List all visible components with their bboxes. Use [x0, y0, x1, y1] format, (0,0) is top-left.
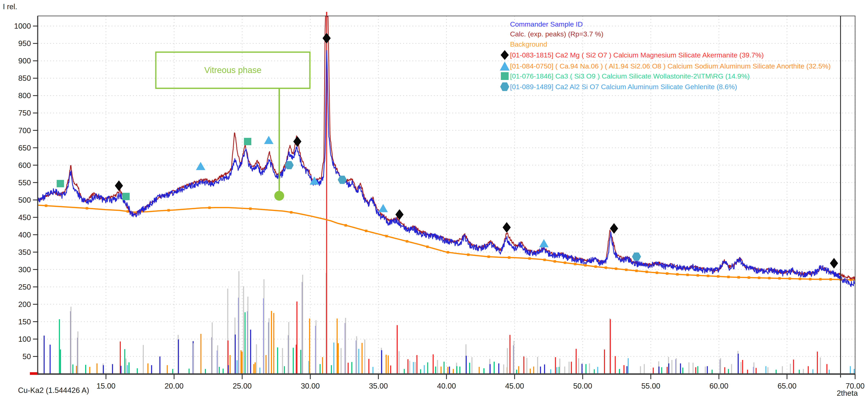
x-tick-label: 15.00: [96, 382, 116, 390]
background-node-marker: [748, 276, 750, 279]
y-tick-label: 300: [18, 265, 31, 274]
anode-wavelength-label: Cu-Ka2 (1.544426 A): [18, 386, 89, 395]
akermanite-peak-marker: [115, 180, 123, 191]
akermanite-peak-marker: [503, 222, 511, 233]
legend-item[interactable]: [01-083-1815] Ca2 Mg ( Si2 O7 ) Calcium …: [499, 50, 764, 60]
background-node-marker: [625, 268, 627, 271]
background-node-marker: [788, 277, 791, 280]
background-node-marker: [604, 266, 607, 269]
background-node-marker: [385, 235, 388, 237]
y-tick-label: 550: [18, 178, 31, 187]
background-node-marker: [208, 206, 211, 209]
y-tick-label: 650: [18, 144, 31, 152]
x-tick-label: 20.00: [164, 382, 184, 390]
background-node-marker: [86, 207, 88, 209]
background-node-marker: [574, 263, 576, 265]
x-tick-label: 40.00: [437, 382, 456, 390]
x-tick-label: 65.00: [778, 382, 797, 390]
legend-item[interactable]: Commander Sample ID: [499, 19, 583, 29]
background-node-marker: [717, 275, 719, 278]
anorthite-peak-marker: [378, 204, 388, 212]
legend-item[interactable]: [01-084-0750] ( Ca.94 Na.06 ) ( Al1.94 S…: [499, 61, 831, 71]
anorthite-peak-marker: [196, 162, 205, 170]
background-node-marker: [615, 267, 617, 270]
triangle-legend-icon: [499, 61, 510, 71]
akermanite-peak-marker: [830, 258, 838, 268]
background-node-marker: [167, 209, 170, 211]
background-node-marker: [656, 272, 658, 274]
legend-item[interactable]: Background: [499, 39, 547, 49]
background-node-marker: [406, 240, 408, 242]
y-tick-label: 600: [18, 161, 31, 170]
background-node-marker: [666, 272, 669, 275]
background-node-marker: [528, 257, 531, 260]
background-node-marker: [488, 256, 490, 258]
background-node-marker: [737, 276, 740, 278]
background-node-marker: [676, 273, 679, 275]
legend-item[interactable]: [01-089-1489] Ca2 Al2 Si O7 Calcium Alum…: [499, 81, 737, 92]
legend-item-label: [01-083-1815] Ca2 Mg ( Si2 O7 ) Calcium …: [510, 51, 764, 59]
background-node-marker: [646, 271, 648, 273]
y-tick-label: 50: [23, 353, 31, 361]
background-node-marker: [635, 270, 638, 272]
background-node-marker: [290, 211, 292, 213]
background-node-marker: [809, 278, 811, 280]
y-tick-label: 400: [18, 231, 31, 239]
diamond-legend-icon: [499, 50, 510, 60]
background-node-marker: [467, 254, 469, 256]
square-legend-icon: [499, 71, 510, 81]
background-node-marker: [778, 277, 781, 279]
x-axis-title: 2theta: [837, 389, 858, 398]
background-node-marker: [564, 262, 566, 264]
background-node-marker: [727, 276, 730, 278]
x-tick-label: 55.00: [641, 382, 660, 390]
x-tick-label: 45.00: [505, 382, 524, 390]
legend-item-label: Calc. (exp. peaks) (Rp=3.7 %): [510, 30, 603, 38]
hexagon-legend-icon: [499, 81, 510, 92]
y-tick-label: 950: [18, 39, 31, 48]
y-tick-label: 1000: [14, 22, 31, 30]
no-marker-spacer: [499, 29, 510, 39]
legend-item[interactable]: [01-076-1846] Ca3 ( Si3 O9 ) Calcium Sil…: [499, 71, 750, 81]
y-tick-label: 700: [18, 126, 31, 135]
square-marker-swatch: [499, 71, 510, 81]
no-marker-spacer: [499, 19, 510, 29]
x-tick-label: 50.00: [573, 382, 592, 390]
wollastonite-peak-marker: [57, 180, 64, 187]
legend-item-label: [01-076-1846] Ca3 ( Si3 O9 ) Calcium Sil…: [510, 72, 750, 80]
hexagon-marker-swatch: [499, 81, 510, 92]
y-tick-label: 350: [18, 248, 31, 257]
anorthite-peak-marker: [539, 239, 549, 247]
background-node-marker: [249, 207, 251, 210]
y-tick-label: 150: [18, 318, 31, 326]
background-node-marker: [829, 278, 832, 280]
background-node-marker: [45, 204, 47, 207]
y-tick-label: 250: [18, 283, 31, 291]
y-tick-label: 900: [18, 57, 31, 65]
triangle-marker-swatch: [499, 61, 510, 71]
annotation-dot: [274, 191, 284, 201]
wollastonite-peak-marker: [244, 138, 251, 145]
x-tick-label: 30.00: [301, 382, 320, 390]
background-node-marker: [446, 251, 449, 254]
background-node-marker: [799, 278, 801, 280]
background-node-marker: [365, 230, 367, 232]
background-node-marker: [696, 274, 699, 277]
y-tick-label: 850: [18, 74, 31, 82]
background-node-marker: [544, 259, 546, 261]
gehlenite-peak-marker: [632, 253, 641, 261]
x-tick-label: 60.00: [709, 382, 728, 390]
background-node-marker: [554, 260, 556, 263]
background-node-marker: [768, 277, 771, 279]
y-tick-label: 750: [18, 109, 31, 117]
akermanite-peak-marker: [322, 33, 331, 43]
y-tick-label: 450: [18, 213, 31, 222]
x-tick-label: 25.00: [233, 382, 252, 390]
legend-item[interactable]: Calc. (exp. peaks) (Rp=3.7 %): [499, 29, 603, 39]
background-node-marker: [758, 277, 761, 279]
y-tick-label: 100: [18, 335, 31, 343]
background-node-marker: [594, 265, 597, 268]
y-tick-label: 200: [18, 300, 31, 309]
background-node-marker: [426, 245, 429, 248]
annotation-text: Vitreous phase: [204, 65, 261, 75]
